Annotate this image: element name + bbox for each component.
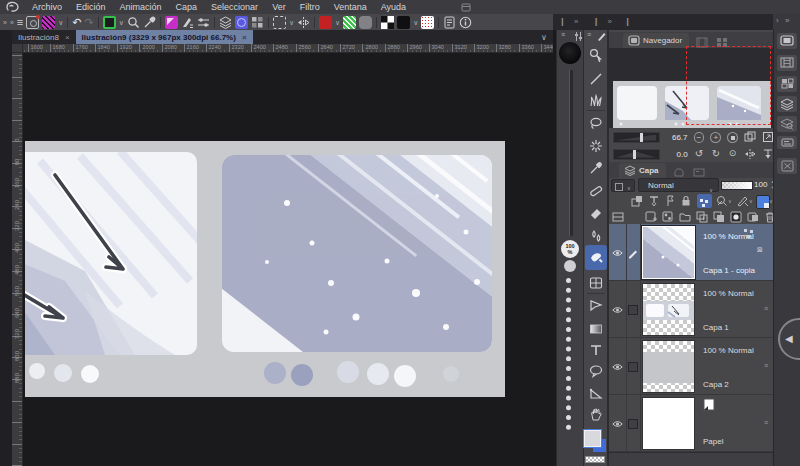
eye-icon[interactable] [612, 249, 623, 257]
tab-close-icon[interactable]: × [242, 33, 247, 42]
layer-filter-icon[interactable] [612, 211, 624, 223]
pattern-brush-icon[interactable] [42, 16, 55, 29]
checker-swatch-icon[interactable] [381, 16, 394, 29]
tool-lasso[interactable] [589, 116, 603, 130]
tool-polyline[interactable] [589, 298, 603, 312]
zoom-slider[interactable] [613, 132, 660, 143]
layer-checkbox[interactable] [628, 305, 638, 315]
tab-navegador[interactable]: Navegador [623, 33, 689, 48]
collapse-left2-icon[interactable]: » [10, 16, 14, 29]
current-tool-icon[interactable] [103, 16, 116, 29]
dock-material-icon[interactable] [777, 158, 797, 174]
layer-stack-icon[interactable] [219, 16, 232, 29]
zoom-out-button[interactable]: − [694, 132, 705, 143]
main-color-swatch[interactable] [584, 430, 601, 447]
tool-paint[interactable] [589, 250, 603, 264]
selection-dropdown-icon[interactable]: ∨ [289, 16, 294, 29]
pen-settings-icon[interactable] [181, 16, 194, 29]
tab-close-icon[interactable]: × [65, 33, 70, 42]
disable-view-search-icon[interactable] [716, 195, 728, 207]
zoom-100-button[interactable] [727, 132, 738, 143]
red-swatch-icon[interactable] [319, 16, 332, 29]
layer-name[interactable]: Capa 1 [703, 323, 729, 332]
brush-size-dotted-track[interactable] [566, 278, 571, 430]
tool-gradient[interactable] [589, 322, 603, 336]
merge-down-icon[interactable] [713, 211, 725, 223]
lock-layer-icon[interactable] [680, 195, 692, 207]
menu-capa[interactable]: Capa [169, 0, 205, 14]
layer-thumbnail[interactable] [642, 340, 695, 393]
tool-frame-border[interactable] [589, 276, 603, 290]
menu-edicion[interactable]: Edición [69, 0, 113, 14]
clip-to-layer-icon[interactable] [631, 195, 643, 207]
tool-balloon[interactable] [589, 364, 603, 378]
disable-ruler-icon[interactable] [737, 195, 749, 207]
menu-ver[interactable]: Ver [265, 0, 293, 14]
layer-handle-icon[interactable]: ≡ [764, 305, 768, 312]
tab-capa[interactable]: Capa [619, 163, 666, 178]
tab-ilustracion8[interactable]: Ilustración8 × [12, 30, 76, 44]
menu-ventana[interactable]: Ventana [327, 0, 374, 14]
selection-tool-icon[interactable] [273, 16, 286, 29]
dock-sub-view-icon[interactable] [777, 55, 797, 71]
eye-icon[interactable] [612, 363, 623, 371]
layer-checkbox[interactable] [628, 362, 638, 372]
dock-layers-icon[interactable] [777, 96, 797, 112]
timeline-tab-icon[interactable] [692, 167, 706, 178]
layer-mask-icon[interactable] [730, 211, 742, 223]
flip-horizontal-icon[interactable] [297, 16, 310, 29]
menu-ayuda[interactable]: Ayuda [374, 0, 413, 14]
new-raster-layer-icon[interactable] [645, 211, 657, 223]
strip-menu-icon[interactable]: ≡ [561, 31, 565, 38]
brush-size-slider-track[interactable] [569, 70, 573, 236]
clip-studio-settings-icon[interactable] [26, 16, 39, 29]
tool-auto-select[interactable] [589, 139, 603, 153]
eye-icon[interactable] [612, 420, 623, 428]
current-tool-dropdown-icon[interactable]: ∨ [119, 16, 124, 29]
palette-option-dropdown[interactable]: ∨ [611, 179, 635, 192]
red-swatch-dropdown-icon[interactable]: ∨ [335, 16, 340, 29]
screen-tone-swatch-icon[interactable] [421, 16, 434, 29]
dock-item-bank-icon[interactable] [777, 76, 797, 92]
layer-handle-icon[interactable]: ≡ [764, 362, 768, 369]
layer-name[interactable]: Papel [703, 437, 723, 446]
canvas-artwork[interactable] [25, 141, 505, 397]
blend-mode-dropdown[interactable]: Normal ∨ [638, 178, 719, 192]
layer-thumbnail[interactable] [642, 283, 695, 336]
layer-thumbnail[interactable] [642, 397, 695, 450]
toolstrip-menu-icon[interactable]: ≡ [587, 31, 591, 38]
layer-row-capa2[interactable]: 100 % Normal Capa 2 ≡ [609, 338, 774, 395]
circle-brush-icon[interactable] [235, 16, 248, 29]
information-icon[interactable] [459, 16, 472, 29]
expand-strip-icon[interactable]: » [574, 17, 578, 26]
rotate-left-icon[interactable]: ↺ [694, 149, 705, 160]
zoom-in-button[interactable]: + [710, 132, 721, 143]
ruler-dropdown-icon[interactable]: ∨ [749, 198, 753, 204]
rotate-slider[interactable] [613, 149, 660, 160]
menu-filtro[interactable]: Filtro [293, 0, 327, 14]
collapse-left-icon[interactable]: » [3, 16, 7, 29]
panel-grid-icon[interactable] [251, 16, 264, 29]
layer-name[interactable]: Capa 1 - copia [703, 266, 755, 275]
menu-seleccionar[interactable]: Seleccionar [204, 0, 265, 14]
green-pattern-swatch-icon[interactable] [343, 16, 356, 29]
tab-ilustracion9[interactable]: Ilustración9 (3329 x 967px 300dpi 66.7%)… [76, 30, 253, 44]
layer-color-highlight-tile[interactable] [697, 194, 712, 208]
tool-operation[interactable] [589, 48, 603, 62]
slider-settings-icon[interactable] [574, 32, 583, 41]
dock-layer-search-icon[interactable] [777, 116, 797, 132]
layer-row-papel[interactable]: Papel ≡ [609, 395, 774, 452]
transfer-down-icon[interactable] [696, 211, 708, 223]
expand-panel-button[interactable]: ◀ [778, 318, 800, 360]
tool-decoration[interactable] [589, 94, 603, 108]
dock-collapse-icon[interactable]: › [776, 16, 779, 25]
page-manager-icon[interactable] [443, 16, 456, 29]
fit-to-screen-icon[interactable] [744, 131, 756, 143]
rotate-right-icon[interactable]: ↻ [710, 149, 721, 160]
expand-strip2-icon[interactable]: » [608, 17, 612, 26]
gradient-tool-icon[interactable] [165, 16, 178, 29]
layer-thumbnail[interactable] [642, 226, 695, 279]
layer-name[interactable]: Capa 2 [703, 380, 729, 389]
flip-view-icon[interactable] [744, 148, 756, 160]
brush-size-slider-knob[interactable] [564, 260, 576, 272]
